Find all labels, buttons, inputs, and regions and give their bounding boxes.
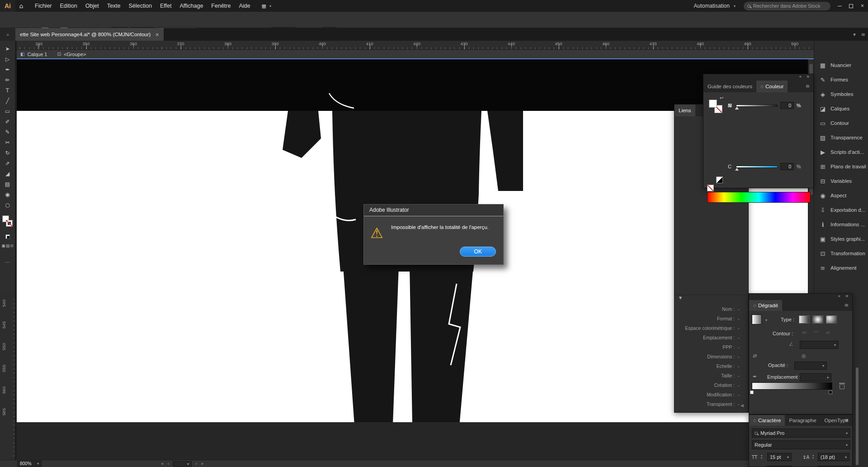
artboard-nav-dropdown[interactable]: ▾ (173, 461, 192, 467)
home-icon[interactable]: ⌂ (15, 3, 27, 9)
panel-menu-icon[interactable]: ≡ (844, 303, 849, 308)
dock-panel-button[interactable]: ◪ Calques (814, 101, 868, 116)
black-white-swatch[interactable] (716, 176, 723, 183)
fill-stroke-indicator[interactable] (0, 215, 15, 232)
menu-item[interactable]: Aide (235, 0, 254, 12)
color-slider-track[interactable] (736, 166, 778, 168)
dock-panel-button[interactable]: ⊟ Variables (814, 174, 868, 188)
direct-selection-tool[interactable]: ▷ (0, 54, 15, 64)
gradient-mode-icon[interactable]: ▤ (6, 243, 10, 248)
channel-value-input[interactable]: 0 (780, 163, 794, 170)
collapse-panel-icon[interactable]: « (799, 75, 802, 79)
menu-item[interactable]: Edition (56, 0, 81, 12)
menu-item[interactable]: Texte (103, 0, 125, 12)
panel-fill-swatch[interactable] (709, 100, 717, 108)
font-size-input[interactable]: 15 pt ▾ (767, 453, 792, 461)
dock-panel-button[interactable]: ▶ Scripts d'acti... (814, 145, 868, 159)
menu-item[interactable]: Objet (81, 0, 103, 12)
minimize-button[interactable] (834, 0, 845, 12)
default-fill-stroke-icon[interactable] (5, 234, 10, 239)
linear-gradient-button[interactable] (799, 315, 810, 324)
tab-liens[interactable]: Liens (675, 105, 695, 116)
gradient-tool[interactable]: ▤ (0, 179, 15, 189)
workspace-switcher[interactable]: Automatisation ▾ (694, 3, 736, 9)
dock-scrollbar-thumb[interactable] (856, 367, 859, 465)
pasteboard[interactable] (17, 422, 814, 460)
edit-toolbar-icon[interactable]: ⋯ (5, 260, 10, 265)
font-size-stepper-icon[interactable]: ▴▾ (761, 454, 762, 459)
curvature-tool[interactable]: ✏ (0, 75, 15, 85)
dock-panel-button[interactable]: ✎ Formes (814, 72, 868, 87)
leading-stepper-icon[interactable]: ▴▾ (812, 454, 814, 459)
tab-paragraphe[interactable]: Paragraphe (785, 415, 820, 426)
silhouette-left-leg[interactable] (343, 266, 399, 425)
active-layer-label[interactable]: Calque 1 (27, 52, 47, 57)
gradient-slider-bar[interactable] (752, 382, 832, 390)
zoom-tool[interactable]: ○ (0, 200, 15, 210)
artwork-black-band[interactable] (17, 59, 814, 111)
document-list-icon[interactable]: ▾ (853, 32, 856, 37)
eyedropper-tool[interactable]: ◢ (0, 168, 15, 179)
slider-thumb[interactable] (735, 107, 739, 110)
close-panel-icon[interactable]: × (845, 294, 849, 298)
menu-item[interactable]: Sélection (125, 0, 156, 12)
stock-search-field[interactable] (744, 2, 830, 10)
silhouette-right-arm[interactable] (487, 111, 523, 191)
dock-panel-button[interactable]: ⊡ Transformation (814, 246, 868, 261)
panel-menu-icon[interactable]: ≡ (806, 84, 810, 89)
dock-panel-button[interactable]: ◈ Symboles (814, 87, 868, 101)
close-button[interactable]: × (857, 0, 868, 12)
link-info-collapse-icon[interactable]: ▼ (679, 296, 682, 300)
tabbar-menu-icon[interactable]: ≡ (861, 32, 865, 37)
dock-panel-button[interactable]: ▨ Transparence (814, 130, 868, 145)
line-segment-tool[interactable]: ╱ (0, 95, 15, 106)
close-tab-icon[interactable]: × (155, 32, 159, 37)
silhouette-right-leg[interactable] (410, 266, 473, 427)
menu-item[interactable]: Fichier (31, 0, 56, 12)
horizontal-ruler[interactable]: 340 350 360 370 380 390 400 410 420 430 … (17, 41, 868, 50)
ok-button[interactable]: OK (460, 247, 496, 257)
dialog-title-bar[interactable]: Adobe Illustrator (364, 205, 503, 216)
dock-panel-button[interactable]: ⊞ Plans de travail (814, 159, 868, 174)
restore-button[interactable] (845, 0, 857, 12)
channel-value-input[interactable]: 0 (780, 102, 794, 109)
dock-panel-button[interactable]: ⇩ Exportation d... (814, 203, 868, 217)
collapse-panel-icon[interactable]: « (838, 294, 840, 298)
scissors-tool[interactable]: ✂ (0, 137, 15, 148)
gradient-swatch[interactable] (752, 315, 762, 324)
search-input[interactable] (753, 3, 821, 9)
dock-panel-button[interactable]: ℹ Informations ... (814, 217, 868, 232)
selection-tool[interactable]: ➤ (0, 43, 15, 54)
dock-panel-button[interactable]: ◉ Aspect (814, 188, 868, 203)
leading-input[interactable]: (18 pt) ▾ (818, 453, 849, 461)
panel-menu-icon[interactable]: ≡ (844, 418, 849, 423)
swap-fill-stroke-icon[interactable]: ↩ (720, 96, 723, 100)
dock-panel-button[interactable]: ≡ Alignement (814, 261, 868, 275)
chevron-down-icon[interactable]: ▾ (764, 318, 767, 322)
rectangle-tool[interactable]: ▭ (0, 106, 15, 116)
dock-panel-button[interactable]: ▭ Contour (814, 116, 868, 130)
rotate-tool[interactable]: ↻ (0, 148, 15, 158)
type-tool[interactable]: T (0, 85, 15, 95)
next-artboard-icon[interactable]: › (195, 462, 197, 466)
go-to-link-icon[interactable]: ◀ (741, 404, 744, 408)
slider-thumb[interactable] (735, 168, 739, 171)
last-artboard-icon[interactable]: » (201, 462, 203, 466)
selected-group-label[interactable]: <Groupe> (64, 52, 86, 57)
dock-panel-button[interactable]: ▦ Nuancier (814, 58, 868, 72)
scale-tool[interactable]: ⇗ (0, 158, 15, 168)
zoom-level-dropdown[interactable]: 800% ▾ (17, 461, 42, 467)
tab-couleur[interactable]: ◇ Couleur (756, 81, 788, 92)
arrange-documents-button[interactable]: ▦ ▾ (261, 4, 271, 9)
color-mode-icon[interactable]: ▣ (1, 243, 5, 248)
radial-gradient-button[interactable] (812, 315, 823, 324)
toolbar-collapse-icon[interactable]: » (0, 28, 15, 41)
color-slider-track[interactable] (736, 105, 778, 107)
menu-item[interactable]: Fenêtre (207, 0, 235, 12)
close-panel-icon[interactable]: × (806, 75, 810, 79)
none-color-swatch[interactable] (707, 185, 714, 191)
none-mode-icon[interactable]: ⊘ (10, 243, 14, 248)
prev-artboard-icon[interactable]: ‹ (167, 462, 169, 466)
freeform-gradient-button[interactable] (826, 315, 837, 324)
blend-tool[interactable]: ◉ (0, 189, 15, 200)
